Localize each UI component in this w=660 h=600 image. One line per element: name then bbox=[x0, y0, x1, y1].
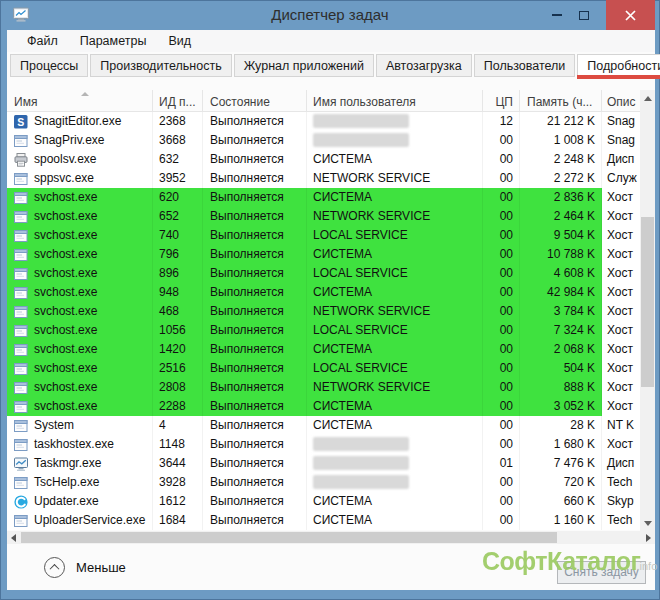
table-row[interactable]: svchost.exe2288ВыполняетсяСИСТЕМА003 052… bbox=[7, 397, 640, 416]
menu-item-view[interactable]: Вид bbox=[159, 32, 200, 50]
cell-status: Выполняется bbox=[203, 302, 307, 321]
tab-processes[interactable]: Процессы bbox=[10, 54, 88, 77]
cell-name: System bbox=[7, 416, 153, 435]
table-row[interactable]: sppsvc.exe3952ВыполняетсяNETWORK SERVICE… bbox=[7, 169, 640, 188]
table-row[interactable]: svchost.exe896ВыполняетсяLOCAL SERVICE00… bbox=[7, 264, 640, 283]
cell-status: Выполняется bbox=[203, 359, 307, 378]
column-header-user[interactable]: Имя пользователя bbox=[307, 90, 483, 111]
table-row[interactable]: svchost.exe796ВыполняетсяСИСТЕМА0010 788… bbox=[7, 245, 640, 264]
table-row[interactable]: svchost.exe620ВыполняетсяСИСТЕМА002 836 … bbox=[7, 188, 640, 207]
table-row[interactable]: UploaderService.exe1684ВыполняетсяСИСТЕМ… bbox=[7, 511, 640, 530]
tab-details[interactable]: Подробности bbox=[577, 54, 660, 77]
window-icon bbox=[13, 437, 29, 453]
cell-user: NETWORK SERVICE bbox=[307, 302, 483, 321]
scroll-down-button[interactable] bbox=[640, 515, 655, 531]
redacted-username-block bbox=[313, 437, 409, 451]
cell-name: svchost.exe bbox=[7, 359, 153, 378]
cell-status: Выполняется bbox=[203, 245, 307, 264]
tab-performance[interactable]: Производительность bbox=[90, 54, 231, 77]
tab-users[interactable]: Пользователи bbox=[474, 54, 576, 77]
cell-mem: 7 476 K bbox=[520, 454, 602, 473]
cell-pid: 1684 bbox=[153, 511, 203, 530]
column-header-status[interactable]: Состояние bbox=[203, 90, 307, 111]
table-row[interactable]: System4ВыполняетсяСИСТЕМА0028 KNT K bbox=[7, 416, 640, 435]
sort-ascending-icon bbox=[81, 92, 89, 96]
table-row[interactable]: svchost.exe2516ВыполняетсяLOCAL SERVICE0… bbox=[7, 359, 640, 378]
cell-mem: 21 212 K bbox=[520, 112, 602, 131]
tab-app-history[interactable]: Журнал приложений bbox=[234, 54, 374, 77]
footer-bar: Меньше Снять задачу СофтКаталог.info bbox=[7, 544, 655, 590]
svg-text:S: S bbox=[17, 116, 24, 128]
table-row[interactable]: SSnagitEditor.exe2368Выполняется1221 212… bbox=[7, 112, 640, 131]
table-row[interactable]: Updater.exe1612ВыполняетсяСИСТЕМА00660 K… bbox=[7, 492, 640, 511]
table-row[interactable]: svchost.exe1056ВыполняетсяLOCAL SERVICE0… bbox=[7, 321, 640, 340]
column-header-pid[interactable]: ИД п... bbox=[153, 90, 203, 111]
table-row[interactable]: svchost.exe468ВыполняетсяNETWORK SERVICE… bbox=[7, 302, 640, 321]
horizontal-scrollbar[interactable] bbox=[7, 531, 655, 544]
cell-pid: 796 bbox=[153, 245, 203, 264]
fewer-details-button[interactable]: Меньше bbox=[44, 557, 126, 578]
cell-mem: 9 504 K bbox=[520, 226, 602, 245]
cell-user bbox=[307, 454, 483, 473]
column-header-desc[interactable]: Опис bbox=[602, 90, 640, 111]
table-row[interactable]: taskhostex.exe1148Выполняется001 680 KХо… bbox=[7, 435, 640, 454]
table-row[interactable]: svchost.exe2808ВыполняетсяNETWORK SERVIC… bbox=[7, 378, 640, 397]
table-row[interactable]: TscHelp.exe3928Выполняется00720 KTech bbox=[7, 473, 640, 492]
scroll-up-button[interactable] bbox=[640, 90, 655, 106]
menu-item-file[interactable]: Файл bbox=[18, 32, 67, 50]
column-header-cpu[interactable]: ЦП bbox=[483, 90, 520, 111]
minimize-button[interactable] bbox=[543, 0, 570, 30]
cell-name: SnagPriv.exe bbox=[7, 131, 153, 150]
cell-mem: 7 324 K bbox=[520, 321, 602, 340]
maximize-button[interactable] bbox=[570, 0, 598, 30]
table-row[interactable]: spoolsv.exe632ВыполняетсяСИСТЕМА002 248 … bbox=[7, 150, 640, 169]
cell-user bbox=[307, 112, 483, 131]
close-button[interactable] bbox=[606, 0, 655, 30]
scroll-right-button[interactable] bbox=[642, 531, 655, 544]
window-icon bbox=[13, 361, 29, 377]
cell-cpu: 00 bbox=[483, 492, 520, 511]
table-row[interactable]: SnagPriv.exe3668Выполняется001 008 KSnag bbox=[7, 131, 640, 150]
titlebar[interactable]: Диспетчер задач bbox=[0, 0, 660, 30]
cell-desc: Хост bbox=[602, 226, 640, 245]
cell-name: svchost.exe bbox=[7, 283, 153, 302]
table-row[interactable]: Taskmgr.exe3644Выполняется017 476 KДисп bbox=[7, 454, 640, 473]
cell-status: Выполняется bbox=[203, 264, 307, 283]
cell-name: svchost.exe bbox=[7, 302, 153, 321]
table-row[interactable]: svchost.exe1420ВыполняетсяСИСТЕМА002 068… bbox=[7, 340, 640, 359]
cell-status: Выполняется bbox=[203, 169, 307, 188]
table-row[interactable]: svchost.exe740ВыполняетсяLOCAL SERVICE00… bbox=[7, 226, 640, 245]
cell-user: LOCAL SERVICE bbox=[307, 264, 483, 283]
cell-pid: 1612 bbox=[153, 492, 203, 511]
horizontal-scroll-thumb[interactable] bbox=[21, 532, 557, 543]
cell-desc: Хост bbox=[602, 302, 640, 321]
cell-cpu: 00 bbox=[483, 131, 520, 150]
window-icon bbox=[13, 247, 29, 263]
table-row[interactable]: svchost.exe948ВыполняетсяСИСТЕМА0042 984… bbox=[7, 283, 640, 302]
end-task-button[interactable]: Снять задачу bbox=[557, 561, 646, 584]
table-row[interactable]: svchost.exe652ВыполняетсяNETWORK SERVICE… bbox=[7, 207, 640, 226]
window-icon bbox=[13, 209, 29, 225]
cell-status: Выполняется bbox=[203, 131, 307, 150]
cell-name: svchost.exe bbox=[7, 207, 153, 226]
cell-mem: 10 788 K bbox=[520, 245, 602, 264]
cell-name: svchost.exe bbox=[7, 340, 153, 359]
chevron-right-icon bbox=[646, 534, 651, 542]
cell-user bbox=[307, 435, 483, 454]
window-icon bbox=[13, 323, 29, 339]
scroll-left-button[interactable] bbox=[7, 531, 20, 544]
cell-desc: Хост bbox=[602, 245, 640, 264]
column-header-name[interactable]: Имя bbox=[7, 90, 153, 111]
window-icon bbox=[13, 171, 29, 187]
column-header-mem[interactable]: Память (ч... bbox=[520, 90, 602, 111]
vertical-scrollbar[interactable] bbox=[640, 90, 655, 531]
tab-startup[interactable]: Автозагрузка bbox=[376, 54, 472, 77]
vertical-scroll-thumb[interactable] bbox=[641, 217, 654, 387]
cell-desc: Дисп bbox=[602, 150, 640, 169]
process-name: svchost.exe bbox=[34, 340, 97, 359]
menu-item-options[interactable]: Параметры bbox=[71, 32, 156, 50]
cell-user: СИСТЕМА bbox=[307, 188, 483, 207]
maximize-icon bbox=[579, 11, 589, 20]
cell-name: svchost.exe bbox=[7, 264, 153, 283]
cell-status: Выполняется bbox=[203, 207, 307, 226]
